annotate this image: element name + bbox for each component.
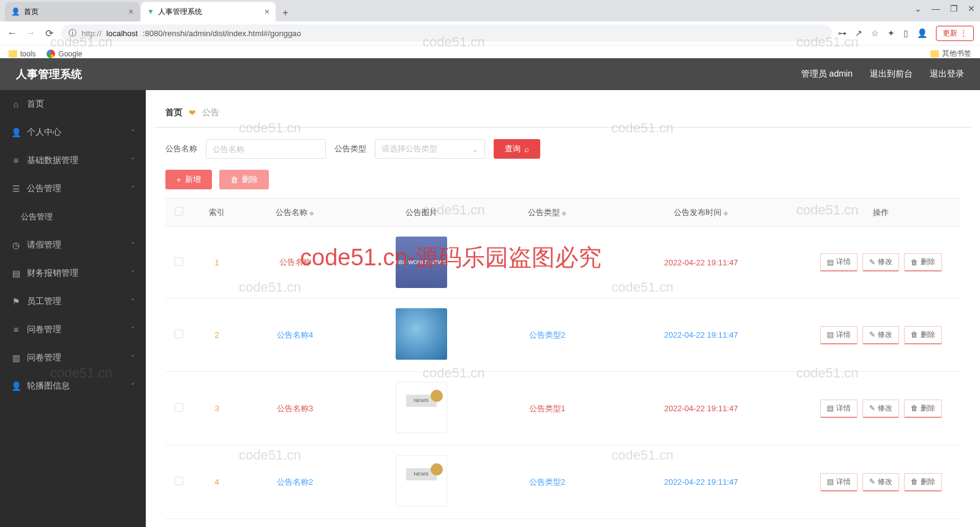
announcement-image: NEWS	[396, 382, 447, 433]
key-icon[interactable]: ⊶	[838, 28, 846, 38]
bookmark-other[interactable]: 其他书签	[930, 48, 971, 59]
cell-time: 2022-04-22 19:11:47	[601, 445, 801, 519]
sidebar-item-label: 轮播图信息	[27, 381, 70, 392]
chevron-down-icon: ˅	[131, 157, 135, 165]
data-table: 索引 公告名称◆ 公告图片 公告类型◆ 公告发布时间◆ 操作 1公告名称BBC …	[165, 198, 960, 519]
search-row: 公告名称 公告类型 请选择公告类型 ⌄ 查询 ⌕	[154, 128, 971, 170]
exit-front-button[interactable]: 退出到前台	[870, 69, 913, 80]
announcement-image: BBC WORLD NEWS	[396, 237, 447, 288]
back-icon[interactable]: ←	[6, 28, 18, 39]
sidebar-item-8[interactable]: ≡问卷管理˅	[0, 316, 146, 344]
reload-icon[interactable]: ⟳	[43, 28, 55, 39]
folder-icon	[930, 50, 939, 58]
sidebar-item-2[interactable]: ≡基础数据管理˅	[0, 146, 146, 175]
col-name[interactable]: 公告名称◆	[241, 199, 349, 227]
cell-time: 2022-04-22 19:11:47	[601, 227, 801, 298]
user-icon: 👤	[11, 127, 21, 137]
chevron-down-icon: ˅	[131, 354, 135, 362]
edit-button[interactable]: ✎修改	[862, 253, 899, 271]
window-maximize-icon[interactable]: ❐	[950, 4, 958, 13]
logout-button[interactable]: 退出登录	[930, 69, 964, 80]
row-delete-button[interactable]: 🗑删除	[904, 253, 942, 271]
star-icon[interactable]: ☆	[871, 28, 879, 38]
select-all-checkbox[interactable]	[175, 207, 183, 216]
col-index[interactable]: 索引	[192, 199, 241, 227]
row-delete-button[interactable]: 🗑删除	[904, 326, 942, 344]
col-time[interactable]: 公告发布时间◆	[601, 199, 801, 227]
sidebar-item-3[interactable]: ☰公告管理˄	[0, 175, 146, 203]
edit-button[interactable]: ✎修改	[862, 400, 899, 418]
cell-name[interactable]: 公告名称3	[241, 372, 349, 445]
sidebar-item-9[interactable]: ▥问卷管理˅	[0, 344, 146, 372]
cell-type[interactable]: 公告类型2	[494, 298, 601, 372]
chevron-down-icon: ˅	[131, 326, 135, 334]
edit-button[interactable]: ✎修改	[862, 326, 899, 344]
sidebar-item-0[interactable]: ⌂首页	[0, 90, 146, 118]
row-checkbox[interactable]	[175, 403, 183, 412]
cell-name[interactable]: 公告名称2	[241, 445, 349, 519]
row-checkbox[interactable]	[175, 330, 183, 338]
update-button[interactable]: 更新⋮	[936, 26, 974, 41]
window-minimize-icon[interactable]: —	[932, 4, 940, 13]
cell-index: 3	[192, 372, 241, 445]
forward-icon[interactable]: →	[24, 28, 37, 39]
close-icon[interactable]: ×	[129, 7, 134, 17]
row-checkbox[interactable]	[175, 257, 183, 266]
breadcrumb-home[interactable]: 首页	[165, 107, 183, 118]
doc-icon: ▤	[827, 477, 834, 486]
detail-button[interactable]: ▤详情	[820, 400, 858, 418]
detail-button[interactable]: ▤详情	[820, 326, 858, 344]
detail-button[interactable]: ▤详情	[820, 473, 858, 491]
edit-button[interactable]: ✎修改	[862, 473, 899, 491]
row-delete-button[interactable]: 🗑删除	[904, 473, 942, 491]
browser-tab-1[interactable]: ▼ 人事管理系统 ×	[141, 2, 276, 21]
query-button[interactable]: 查询 ⌕	[494, 139, 540, 159]
announcement-image: NEWS	[396, 455, 447, 507]
sidebar-item-1[interactable]: 👤个人中心˅	[0, 118, 146, 146]
col-type[interactable]: 公告类型◆	[494, 199, 601, 227]
row-checkbox[interactable]	[175, 477, 183, 485]
google-icon	[47, 50, 55, 58]
row-delete-button[interactable]: 🗑删除	[904, 400, 942, 418]
close-icon[interactable]: ×	[265, 7, 270, 17]
cell-name[interactable]: 公告名称	[241, 227, 349, 298]
sidebar: ⌂首页👤个人中心˅≡基础数据管理˅☰公告管理˄公告管理◷请假管理˅▤财务报销管理…	[0, 90, 146, 527]
info-icon: ⓘ	[69, 28, 77, 39]
sidebar-item-10[interactable]: 👤轮播图信息˅	[0, 372, 146, 400]
search-type-select[interactable]: 请选择公告类型 ⌄	[375, 139, 485, 159]
search-name-input[interactable]	[206, 139, 326, 159]
cell-image: NEWS	[349, 445, 493, 519]
header-user[interactable]: 管理员 admin	[801, 69, 853, 80]
new-tab-button[interactable]: +	[277, 4, 294, 21]
cell-type[interactable]	[494, 227, 601, 298]
share-icon[interactable]: ↗	[855, 28, 862, 38]
add-button[interactable]: +新增	[165, 170, 212, 189]
edit-icon: ✎	[869, 477, 875, 486]
bookmark-tools[interactable]: tools	[9, 50, 36, 58]
bookmark-google[interactable]: Google	[47, 50, 82, 58]
cell-name[interactable]: 公告名称4	[241, 298, 349, 372]
money-icon: ▤	[11, 268, 21, 278]
url-bar[interactable]: ⓘ http:// localhost :8080/renshi/admin/d…	[61, 25, 832, 42]
action-bar: +新增 🗑删除	[154, 170, 971, 198]
col-action: 操作	[801, 199, 960, 227]
cell-type[interactable]: 公告类型1	[494, 372, 601, 445]
sidebar-item-label: 财务报销管理	[27, 268, 78, 279]
tab-title: 人事管理系统	[158, 7, 202, 17]
cell-type[interactable]: 公告类型2	[494, 445, 601, 519]
detail-button[interactable]: ▤详情	[820, 253, 858, 271]
sidebar-item-6[interactable]: ▤财务报销管理˅	[0, 259, 146, 287]
sidebar-item-5[interactable]: ◷请假管理˅	[0, 231, 146, 259]
panel-icon[interactable]: ▯	[903, 28, 908, 38]
extension-icon[interactable]: ✦	[888, 28, 895, 38]
trash-icon: 🗑	[911, 330, 918, 339]
sidebar-item-7[interactable]: ⚑员工管理˅	[0, 287, 146, 316]
sidebar-item-label: 公告管理	[21, 211, 53, 222]
delete-button[interactable]: 🗑删除	[219, 170, 269, 189]
window-close-icon[interactable]: ✕	[968, 4, 975, 13]
window-dropdown-icon[interactable]: ⌄	[914, 4, 922, 13]
sidebar-item-4[interactable]: 公告管理	[0, 203, 146, 231]
browser-tab-0[interactable]: 👤 首页 ×	[5, 2, 140, 21]
trash-icon: 🗑	[911, 258, 918, 267]
profile-icon[interactable]: 👤	[917, 28, 927, 38]
